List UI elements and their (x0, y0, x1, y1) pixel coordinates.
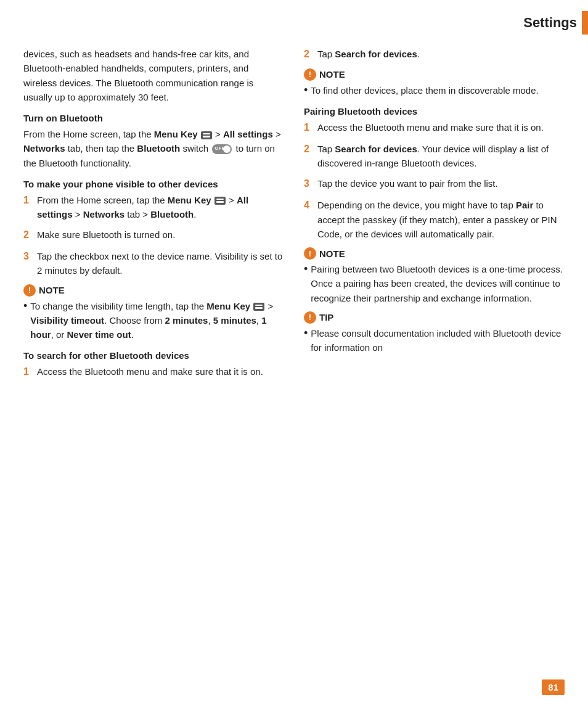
step-item: 1 Access the Bluetooth menu and make sur… (23, 364, 284, 380)
page-number: 81 (542, 679, 565, 695)
step-item: 3 Tap the device you want to pair from t… (304, 176, 565, 192)
toggle-switch-icon: OFF ON (212, 144, 232, 154)
step-item: 1 From the Home screen, tap the Menu Key… (23, 193, 284, 222)
search-step-2: 2 Tap Search for devices. (304, 47, 565, 62)
menu-key-icon (201, 131, 212, 139)
menu-key-icon-2 (214, 197, 226, 205)
left-column: devices, such as headsets and hands-free… (23, 47, 284, 386)
note-bullet-item: • Pairing between two Bluetooth devices … (304, 262, 565, 305)
step-item: 3 Tap the checkbox next to the device na… (23, 249, 284, 278)
turn-on-heading: Turn on Bluetooth (23, 113, 284, 123)
note-bullet-item: • Please consult documentation included … (304, 326, 565, 355)
search-steps-left: 1 Access the Bluetooth menu and make sur… (23, 364, 284, 380)
note-header-2: ! NOTE (304, 68, 565, 81)
main-content: devices, such as headsets and hands-free… (0, 41, 588, 398)
pairing-heading: Pairing Bluetooth devices (304, 106, 565, 117)
tip-header: ! TIP (304, 311, 565, 324)
note-bullet-item: • To change the visibility time length, … (23, 299, 284, 342)
make-visible-heading: To make your phone visible to other devi… (23, 179, 284, 189)
step-item: 4 Depending on the device, you might hav… (304, 198, 565, 241)
step-item: 2 Tap Search for devices. Your device wi… (304, 142, 565, 171)
right-column: 2 Tap Search for devices. ! NOTE • To fi… (304, 47, 565, 386)
note-block-1: ! NOTE • To change the visibility time l… (23, 284, 284, 342)
note-bullet-list-2: • To find other devices, place them in d… (304, 83, 565, 97)
pairing-steps: 1 Access the Bluetooth menu and make sur… (304, 120, 565, 241)
page-header: Settings (0, 0, 588, 41)
header-accent-bar (582, 11, 588, 35)
tip-block: ! TIP • Please consult documentation inc… (304, 311, 565, 355)
note-icon-3: ! (304, 247, 316, 260)
note-block-2: ! NOTE • To find other devices, place th… (304, 68, 565, 97)
search-heading: To search for other Bluetooth devices (23, 350, 284, 361)
step-item: 1 Access the Bluetooth menu and make sur… (304, 120, 565, 136)
note-bullet-list-1: • To change the visibility time length, … (23, 299, 284, 342)
menu-key-icon-3 (253, 303, 264, 311)
note-header-1: ! NOTE (23, 284, 284, 297)
tip-icon: ! (304, 311, 316, 324)
make-visible-steps: 1 From the Home screen, tap the Menu Key… (23, 193, 284, 278)
step-item: 2 Make sure Bluetooth is turned on. (23, 228, 284, 243)
turn-on-body: From the Home screen, tap the Menu Key >… (23, 127, 284, 170)
note-block-3: ! NOTE • Pairing between two Bluetooth d… (304, 247, 565, 305)
page-title: Settings (523, 15, 577, 31)
tip-bullet-list: • Please consult documentation included … (304, 326, 565, 355)
note-icon-2: ! (304, 68, 316, 81)
intro-text: devices, such as headsets and hands-free… (23, 47, 284, 104)
note-header-3: ! NOTE (304, 247, 565, 260)
step-item: 2 Tap Search for devices. (304, 47, 565, 62)
note-icon-1: ! (23, 284, 36, 297)
note-bullet-item: • To find other devices, place them in d… (304, 83, 565, 97)
page-footer: 81 (542, 679, 565, 695)
note-bullet-list-3: • Pairing between two Bluetooth devices … (304, 262, 565, 305)
